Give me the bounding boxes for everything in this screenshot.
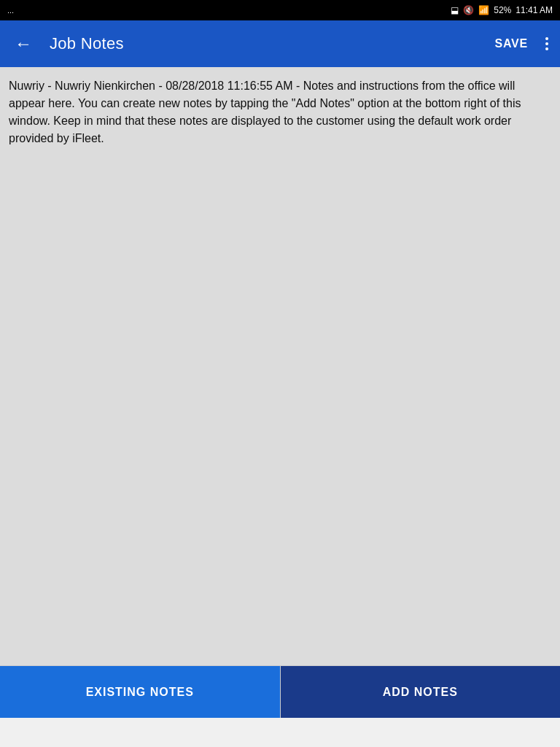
save-button[interactable]: SAVE [491, 31, 531, 56]
bluetooth-icon: ⬓ [451, 5, 459, 15]
more-options-button[interactable] [542, 34, 551, 53]
status-bar: ... ⬓ 🔇 📶 52% 11:41 AM [0, 0, 560, 20]
wifi-icon: 📶 [478, 5, 489, 15]
existing-notes-tab[interactable]: EXISTING NOTES [0, 666, 281, 718]
status-bar-left: ... [7, 6, 14, 15]
dot-icon [545, 37, 548, 40]
battery-level: 52% [494, 5, 511, 15]
notes-content-area: Nuwriy - Nuwriy Nienkirchen - 08/28/2018… [0, 67, 560, 665]
time-display: 11:41 AM [516, 5, 553, 15]
status-bar-right: ⬓ 🔇 📶 52% 11:41 AM [451, 5, 553, 15]
mute-icon: 🔇 [463, 5, 474, 15]
footer-space [0, 718, 560, 747]
back-button[interactable]: ← [9, 28, 38, 60]
app-bar-actions: SAVE [491, 31, 551, 56]
dot-icon [545, 42, 548, 45]
page-title: Job Notes [50, 34, 480, 53]
notes-text: Nuwriy - Nuwriy Nienkirchen - 08/28/2018… [9, 77, 551, 147]
add-notes-tab[interactable]: ADD NOTES [281, 666, 561, 718]
app-bar: ← Job Notes SAVE [0, 20, 560, 67]
dot-icon [545, 47, 548, 50]
bottom-tabs: EXISTING NOTES ADD NOTES [0, 665, 560, 718]
notification-icons: ... [7, 6, 14, 15]
